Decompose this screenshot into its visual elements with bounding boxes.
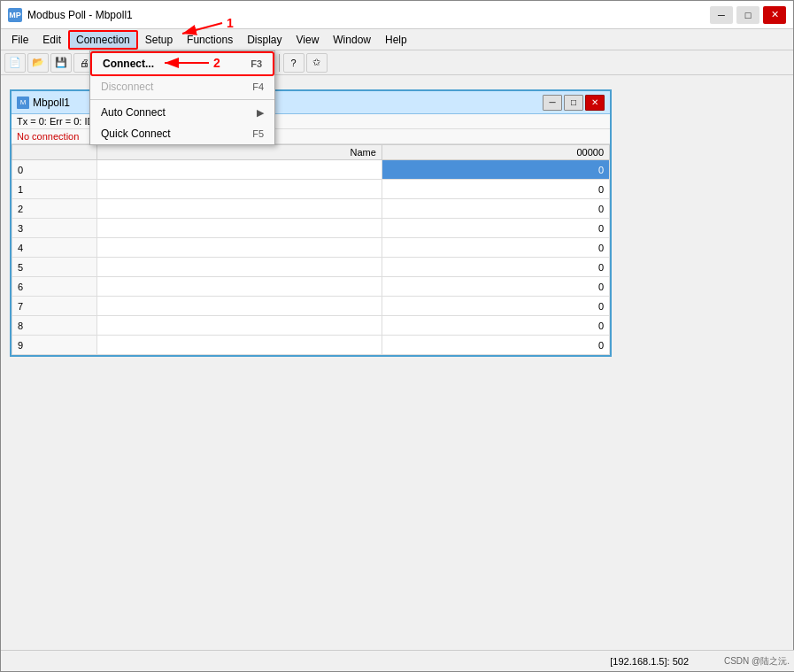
toolbar-new[interactable]: 📄	[4, 53, 26, 73]
toolbar-star[interactable]: ✩	[306, 53, 328, 73]
row-number: 4	[12, 238, 97, 258]
menu-file[interactable]: File	[4, 30, 35, 50]
row-number: 7	[12, 297, 97, 316]
mdi-close[interactable]: ✕	[585, 95, 605, 111]
dropdown-separator	[90, 99, 274, 100]
close-button[interactable]: ✕	[763, 6, 786, 24]
menu-display[interactable]: Display	[240, 30, 289, 50]
row-value: 0	[382, 258, 609, 277]
row-name	[97, 160, 382, 180]
row-number: 3	[12, 219, 97, 238]
row-value: 0	[382, 160, 609, 180]
row-number: 8	[12, 316, 97, 336]
row-name	[97, 336, 382, 355]
row-number: 0	[12, 160, 97, 180]
dropdown-disconnect: Disconnect F4	[90, 76, 274, 97]
menu-view[interactable]: View	[289, 30, 327, 50]
dropdown-connect[interactable]: Connect... F3	[90, 51, 274, 76]
row-value: 0	[382, 297, 609, 316]
toolbar-open[interactable]: 📂	[27, 53, 49, 73]
mdi-icon: M	[17, 97, 29, 109]
row-value: 0	[382, 180, 609, 199]
row-name	[97, 316, 382, 336]
connection-dropdown: Connect... F3 Disconnect F4 Auto Connect…	[89, 50, 275, 145]
row-name	[97, 180, 382, 199]
table-row: 2 0	[12, 199, 610, 219]
minimize-button[interactable]: ─	[710, 6, 733, 24]
row-name	[97, 277, 382, 297]
title-bar-controls: ─ □ ✕	[710, 6, 786, 24]
mdi-controls: ─ □ ✕	[543, 95, 605, 111]
row-number: 5	[12, 258, 97, 277]
table-header-name: Name	[97, 145, 382, 160]
row-number: 1	[12, 180, 97, 199]
table-row: 6 0	[12, 277, 610, 297]
table-header-value: 00000	[382, 145, 609, 160]
table-row: 5 0	[12, 258, 610, 277]
row-name	[97, 199, 382, 219]
status-bar: [192.168.1.5]: 502	[1, 650, 794, 671]
app-title: Modbus Poll - Mbpoll1	[27, 9, 133, 21]
row-value: 0	[382, 238, 609, 258]
app-icon: MP	[8, 8, 22, 22]
table-row: 1 0	[12, 180, 610, 199]
menu-window[interactable]: Window	[326, 30, 378, 50]
toolbar-save[interactable]: 💾	[50, 53, 72, 73]
menu-functions[interactable]: Functions	[180, 30, 240, 50]
menu-help[interactable]: Help	[378, 30, 414, 50]
app-window: MP Modbus Poll - Mbpoll1 ─ □ ✕ File Edit…	[0, 0, 794, 672]
row-name	[97, 297, 382, 316]
toolbar-help-btn[interactable]: ?	[283, 53, 304, 73]
mdi-maximize[interactable]: □	[564, 95, 583, 111]
data-table: Name 00000 0 0 1 0 2 0 3 0 4 0 5 0 6 0 7	[12, 144, 610, 355]
row-name	[97, 219, 382, 238]
table-row: 4 0	[12, 238, 610, 258]
title-bar: MP Modbus Poll - Mbpoll1 ─ □ ✕	[1, 1, 793, 29]
menu-bar: File Edit Connection Setup Functions Dis…	[1, 29, 793, 50]
dropdown-auto-connect[interactable]: Auto Connect ▶	[90, 102, 274, 123]
table-row: 7 0	[12, 297, 610, 316]
menu-connection[interactable]: Connection	[68, 30, 138, 50]
dropdown-quick-connect[interactable]: Quick Connect F5	[90, 123, 274, 144]
row-value: 0	[382, 277, 609, 297]
row-value: 0	[382, 316, 609, 336]
toolbar-sep-4	[279, 54, 280, 72]
menu-setup[interactable]: Setup	[138, 30, 180, 50]
row-value: 0	[382, 219, 609, 238]
row-value: 0	[382, 336, 609, 355]
menu-edit[interactable]: Edit	[35, 30, 68, 50]
table-row: 9 0	[12, 336, 610, 355]
table-row: 0 0	[12, 160, 610, 180]
title-bar-left: MP Modbus Poll - Mbpoll1	[8, 8, 133, 22]
row-name	[97, 238, 382, 258]
mdi-minimize[interactable]: ─	[543, 95, 562, 111]
row-number: 2	[12, 199, 97, 219]
maximize-button[interactable]: □	[736, 6, 759, 24]
watermark: CSDN @陆之沅.	[724, 655, 790, 668]
mdi-title: Mbpoll1	[33, 97, 70, 109]
table-header-rownum	[12, 145, 97, 160]
status-bar-text: [192.168.1.5]: 502	[610, 656, 689, 667]
mdi-title-left: M Mbpoll1	[17, 97, 70, 109]
row-number: 6	[12, 277, 97, 297]
row-value: 0	[382, 199, 609, 219]
table-row: 3 0	[12, 219, 610, 238]
table-row: 8 0	[12, 316, 610, 336]
row-name	[97, 258, 382, 277]
row-number: 9	[12, 336, 97, 355]
